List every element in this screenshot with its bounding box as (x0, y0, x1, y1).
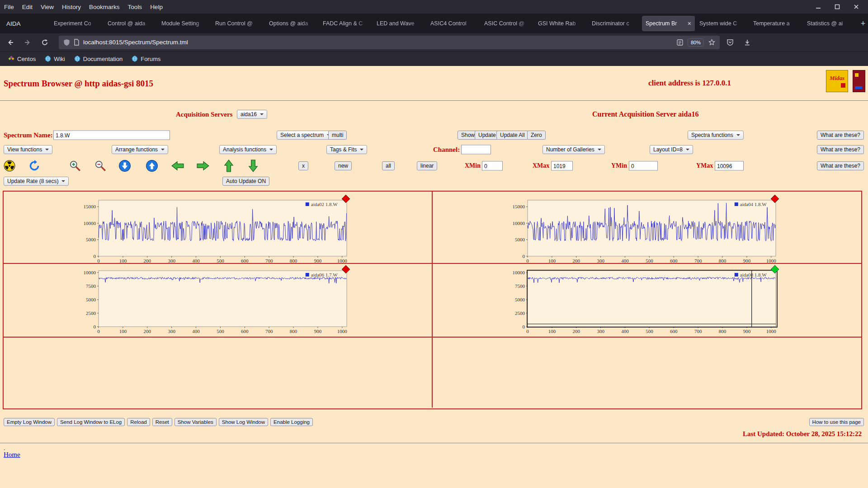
zoom-out-icon[interactable] (94, 160, 107, 172)
url-bar[interactable]: localhost:8015/Spectrum/Spectrum.tml 80% (59, 36, 720, 49)
spectrum-chart-svg[interactable]: 0500010000150000100200300400500600700800… (75, 195, 349, 265)
gallery-cell-2[interactable]: 0500010000150000100200300400500600700800… (433, 192, 862, 264)
acquisition-server-select[interactable]: aida16 (237, 110, 267, 119)
analysis-functions-dropdown[interactable]: Analysis functions (219, 145, 277, 154)
ymax-input[interactable] (715, 161, 744, 171)
bookmark-star-icon[interactable] (708, 39, 715, 46)
tab-led-and-wave[interactable]: LED and Wave (373, 16, 426, 31)
reload-icon[interactable] (38, 36, 52, 49)
show-log-window-button[interactable]: Show Log Window (219, 418, 268, 426)
minimize-icon[interactable] (816, 4, 821, 9)
enable-logging-button[interactable]: Enable Logging (270, 418, 313, 426)
tab-temperature-a[interactable]: Temperature a (750, 16, 802, 31)
reset-button[interactable]: Reset (152, 418, 172, 426)
view-functions-dropdown[interactable]: View functions (4, 145, 52, 154)
what-are-these-button-2[interactable]: What are these? (817, 145, 864, 154)
tab-asic4-control[interactable]: ASIC4 Control (427, 16, 480, 31)
menu-edit[interactable]: Edit (18, 2, 37, 12)
show-variables-button[interactable]: Show Variables (175, 418, 217, 426)
url-text[interactable]: localhost:8015/Spectrum/Spectrum.tml (83, 39, 188, 46)
zero-button[interactable]: Zero (527, 131, 546, 140)
tab-close-icon[interactable]: × (688, 20, 691, 27)
spectrum-chart-svg[interactable]: 0250050007500100000100200300400500600700… (504, 266, 778, 335)
what-are-these-button-3[interactable]: What are these? (817, 161, 864, 170)
tab-asic-control[interactable]: ASIC Control @ (481, 16, 533, 31)
tab-system-wide-c[interactable]: System wide C (696, 16, 749, 31)
nav-right-icon[interactable] (196, 160, 210, 171)
tab-module-setting[interactable]: Module Setting (158, 16, 211, 31)
what-are-these-button-1[interactable]: What are these? (817, 131, 864, 140)
tab-discriminator-c[interactable]: Discriminator c (588, 16, 641, 31)
pocket-icon[interactable] (723, 36, 737, 49)
menu-history[interactable]: History (58, 2, 85, 12)
update-all-button[interactable]: Update All (496, 131, 528, 140)
menu-bookmarks[interactable]: Bookmarks (85, 2, 124, 12)
spectra-functions-dropdown[interactable]: Spectra functions (688, 131, 744, 140)
empty-log-window-button[interactable]: Empty Log Window (4, 418, 55, 426)
forward-button[interactable] (21, 36, 34, 49)
ymin-input[interactable] (629, 161, 658, 171)
tracking-shield-icon[interactable] (63, 39, 70, 46)
xmax-input[interactable] (551, 161, 573, 171)
bookmark-wiki[interactable]: Wiki (41, 54, 69, 64)
nav-down-icon[interactable] (248, 159, 259, 173)
tab-gsi-white-rab[interactable]: GSI White Rab (534, 16, 587, 31)
how-to-use-button[interactable]: How to use this page (809, 418, 864, 426)
gallery-down-icon[interactable] (118, 160, 131, 172)
maximize-icon[interactable] (835, 4, 840, 9)
gallery-chart[interactable]: 0500010000150000100200300400500600700800… (75, 195, 349, 265)
send-log-to-elog-button[interactable]: Send Log Window to ELog (57, 418, 125, 426)
radiation-icon[interactable] (4, 160, 15, 172)
bookmark-forums[interactable]: Forums (128, 54, 164, 64)
reader-mode-icon[interactable] (677, 39, 683, 46)
gallery-chart[interactable]: 0250050007500100000100200300400500600700… (504, 266, 778, 335)
home-link[interactable]: Home (4, 451, 20, 459)
tab-options-aida[interactable]: Options @ aida (265, 16, 318, 31)
spectrum-chart-svg[interactable]: 0250050007500100000100200300400500600700… (75, 266, 349, 335)
refresh-icon[interactable] (28, 160, 41, 172)
nav-up-icon[interactable] (223, 159, 234, 173)
channel-input[interactable] (461, 145, 491, 155)
select-spectrum-dropdown[interactable]: Select a spectrum (277, 131, 334, 140)
x-button[interactable]: x (298, 161, 308, 170)
tab-experiment-co[interactable]: Experiment Co (50, 16, 103, 31)
spectrum-name-input[interactable] (53, 131, 170, 140)
gallery-cell-1[interactable]: 0500010000150000100200300400500600700800… (4, 192, 433, 264)
reload-page-button[interactable]: Reload (127, 418, 150, 426)
gallery-up-icon[interactable] (146, 160, 158, 172)
gallery-chart[interactable]: 0500010000150000100200300400500600700800… (504, 195, 778, 265)
zoom-level-badge[interactable]: 80% (688, 38, 704, 47)
auto-update-button[interactable]: Auto Update ON (222, 177, 269, 186)
tab-fadc-align-c[interactable]: FADC Align & C (319, 16, 372, 31)
downloads-icon[interactable] (741, 36, 754, 49)
all-button[interactable]: all (382, 161, 395, 170)
nav-left-icon[interactable] (171, 160, 184, 171)
menu-tools[interactable]: Tools (124, 2, 146, 12)
new-tab-button[interactable]: + (857, 17, 868, 30)
zoom-in-icon[interactable] (69, 160, 81, 172)
spectrum-chart-svg[interactable]: 0500010000150000100200300400500600700800… (504, 195, 778, 265)
menu-help[interactable]: Help (146, 2, 167, 12)
xmin-input[interactable] (482, 161, 503, 171)
update-button[interactable]: Update (475, 131, 500, 140)
tab-statistics-ai[interactable]: Statistics @ ai (803, 16, 856, 31)
number-of-galleries-dropdown[interactable]: Number of Galleries (542, 145, 605, 154)
tab-control-aida[interactable]: Control @ aida (104, 16, 157, 31)
new-button[interactable]: new (335, 161, 352, 170)
close-icon[interactable] (854, 4, 859, 9)
linear-button[interactable]: linear (417, 161, 437, 170)
gallery-cell-3[interactable]: 0250050007500100000100200300400500600700… (4, 264, 433, 338)
menu-file[interactable]: File (0, 2, 18, 12)
tab-spectrum-br[interactable]: Spectrum Br× (642, 16, 695, 31)
gallery-chart[interactable]: 0250050007500100000100200300400500600700… (75, 266, 349, 335)
arrange-functions-dropdown[interactable]: Arrange functions (112, 145, 168, 154)
site-info-icon[interactable] (74, 39, 80, 46)
menu-view[interactable]: View (37, 2, 58, 12)
back-button[interactable] (4, 36, 17, 49)
update-rate-dropdown[interactable]: Update Rate (8 secs) (4, 177, 69, 186)
layout-id-dropdown[interactable]: Layout ID=8 (650, 145, 693, 154)
tab-run-control[interactable]: Run Control @ (212, 16, 264, 31)
bookmark-centos[interactable]: Centos (5, 54, 39, 64)
multi-button[interactable]: multi (328, 131, 347, 140)
gallery-cell-4[interactable]: 0250050007500100000100200300400500600700… (433, 264, 862, 338)
